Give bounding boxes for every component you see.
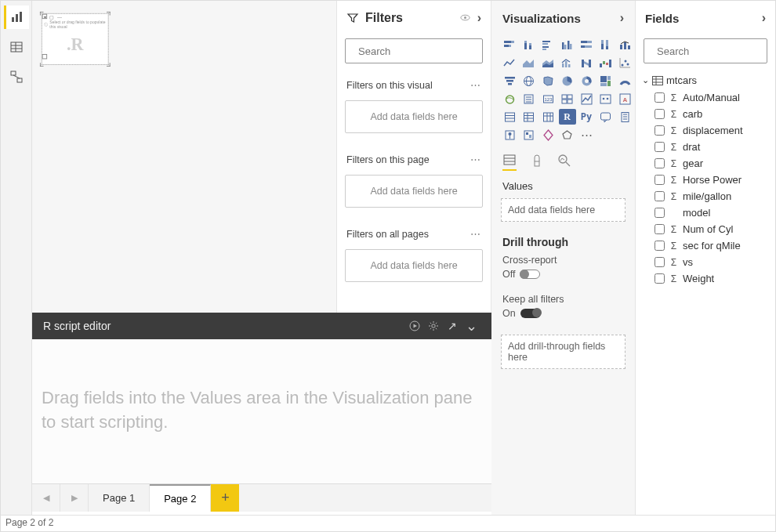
clustered-bar-icon[interactable] [539, 37, 557, 52]
donut-chart-icon[interactable] [578, 73, 595, 89]
stacked-area-icon[interactable] [539, 55, 557, 71]
field-row[interactable]: Σcarb [636, 106, 775, 122]
r-script-editor[interactable]: Drag fields into the Values area in the … [32, 339, 491, 483]
filters-all-dropzone[interactable]: Add data fields here [345, 249, 483, 282]
scatter-icon[interactable] [616, 55, 633, 71]
clustered-column-icon[interactable] [559, 37, 576, 52]
arcgis-icon[interactable] [501, 91, 518, 107]
script-options-button[interactable] [424, 317, 443, 335]
pie-chart-icon[interactable] [559, 73, 576, 89]
power-apps-icon[interactable] [539, 127, 557, 143]
table-node-mtcars[interactable]: ⌄ mtcars [636, 71, 775, 89]
field-checkbox[interactable] [655, 241, 665, 251]
focus-icon[interactable]: ▢ [49, 14, 54, 20]
field-checkbox[interactable] [655, 92, 665, 103]
treemap-icon[interactable] [597, 73, 615, 89]
map-icon[interactable] [520, 73, 538, 89]
ribbon-chart-icon[interactable] [578, 55, 595, 71]
fields-tab[interactable] [502, 154, 517, 171]
funnel-chart-icon[interactable] [501, 73, 518, 89]
qa-visual-icon[interactable] [597, 109, 615, 125]
matrix-icon[interactable] [520, 109, 538, 125]
filled-map-icon[interactable] [539, 73, 557, 89]
field-row[interactable]: Σgear [636, 155, 775, 172]
collapse-filters-button[interactable]: › [477, 12, 481, 24]
field-checkbox[interactable] [655, 142, 665, 152]
analytics-tab[interactable] [557, 154, 571, 171]
stacked-column-icon[interactable] [520, 37, 538, 52]
table-viz-icon[interactable] [501, 109, 518, 125]
field-row[interactable]: ΣHorse Power [636, 172, 775, 188]
collapse-viz-button[interactable]: › [620, 12, 624, 24]
field-checkbox[interactable] [655, 191, 665, 201]
table2-icon[interactable] [539, 109, 557, 125]
add-page-button[interactable]: + [211, 484, 239, 512]
line-chart-icon[interactable] [501, 55, 518, 71]
kpi-icon[interactable] [578, 91, 595, 107]
page-prev-button[interactable]: ◀ [32, 484, 60, 512]
keep-filters-toggle[interactable]: On [502, 308, 541, 319]
get-visuals-icon[interactable] [559, 127, 576, 143]
data-view-button[interactable] [4, 35, 29, 59]
field-checkbox[interactable] [655, 224, 665, 234]
field-row[interactable]: model [636, 204, 775, 221]
field-checkbox[interactable] [655, 273, 665, 284]
run-script-button[interactable] [405, 317, 424, 335]
field-checkbox[interactable] [655, 175, 665, 185]
report-view-button[interactable] [4, 5, 29, 29]
filters-page-more[interactable]: ⋯ [470, 154, 481, 165]
field-checkbox[interactable] [655, 257, 665, 267]
stacked-bar-icon[interactable] [501, 37, 518, 52]
show-filters-icon[interactable] [459, 12, 471, 24]
field-row[interactable]: ΣNum of Cyl [636, 221, 775, 237]
filters-all-more[interactable]: ⋯ [470, 228, 481, 240]
field-checkbox[interactable] [655, 109, 665, 119]
fields-search[interactable] [644, 38, 767, 63]
filters-search-input[interactable] [357, 45, 491, 58]
shape-map-icon[interactable] [520, 127, 538, 143]
r-visual-icon[interactable]: R [559, 109, 576, 125]
more-icon[interactable]: ⋯ [57, 14, 62, 20]
python-visual-icon[interactable]: Py [578, 109, 595, 125]
multi-card-icon[interactable] [559, 91, 576, 107]
values-dropzone[interactable]: Add data fields here [501, 198, 626, 222]
waterfall-icon[interactable] [597, 55, 615, 71]
field-row[interactable]: Σsec for qMile [636, 237, 775, 254]
filters-search[interactable] [345, 38, 483, 63]
field-row[interactable]: Σmile/gallon [636, 188, 775, 204]
r-visual[interactable]: ▾ ▢ ⋯ ⓘSelect or drag fields to populate… [42, 13, 109, 65]
filters-visual-dropzone[interactable]: Add data fields here [345, 100, 483, 133]
field-row[interactable]: Σvs [636, 254, 775, 270]
collapse-fields-button[interactable]: › [762, 12, 766, 24]
report-canvas[interactable]: ▾ ▢ ⋯ ⓘSelect or drag fields to populate… [32, 1, 336, 313]
slicer-icon[interactable] [520, 91, 538, 107]
paginated-icon[interactable] [616, 109, 633, 125]
decomposition-icon[interactable]: A [616, 91, 633, 107]
page-tab-2[interactable]: Page 2 [150, 484, 211, 512]
field-row[interactable]: Σdrat [636, 139, 775, 155]
field-checkbox[interactable] [655, 208, 665, 218]
key-influencers-icon[interactable] [597, 91, 615, 107]
page-tab-1[interactable]: Page 1 [89, 484, 150, 512]
gauge-icon[interactable] [616, 73, 633, 89]
card-icon[interactable]: 123 [539, 91, 557, 107]
hundred-bar-icon[interactable] [578, 37, 595, 52]
field-row[interactable]: ΣWeight [636, 270, 775, 287]
field-row[interactable]: ΣAuto/Manual [636, 89, 775, 106]
page-next-button[interactable]: ▶ [60, 484, 89, 512]
field-checkbox[interactable] [655, 125, 665, 136]
more-visuals-icon[interactable]: ⋯ [578, 127, 595, 143]
fields-search-input[interactable] [655, 45, 776, 58]
field-row[interactable]: Σdisplacement [636, 122, 775, 139]
hundred-column-icon[interactable] [597, 37, 615, 52]
area-chart-icon[interactable] [520, 55, 538, 71]
combo-line-icon[interactable] [559, 55, 576, 71]
cross-report-toggle[interactable]: Off [502, 269, 540, 280]
model-view-button[interactable] [4, 65, 29, 89]
format-tab[interactable] [531, 154, 543, 171]
field-checkbox[interactable] [655, 158, 665, 168]
filters-page-dropzone[interactable]: Add data fields here [345, 175, 483, 208]
combo-column-icon[interactable] [616, 37, 633, 52]
funnel-icon[interactable]: ▾ [44, 14, 46, 20]
popout-button[interactable]: ↗ [443, 317, 462, 335]
